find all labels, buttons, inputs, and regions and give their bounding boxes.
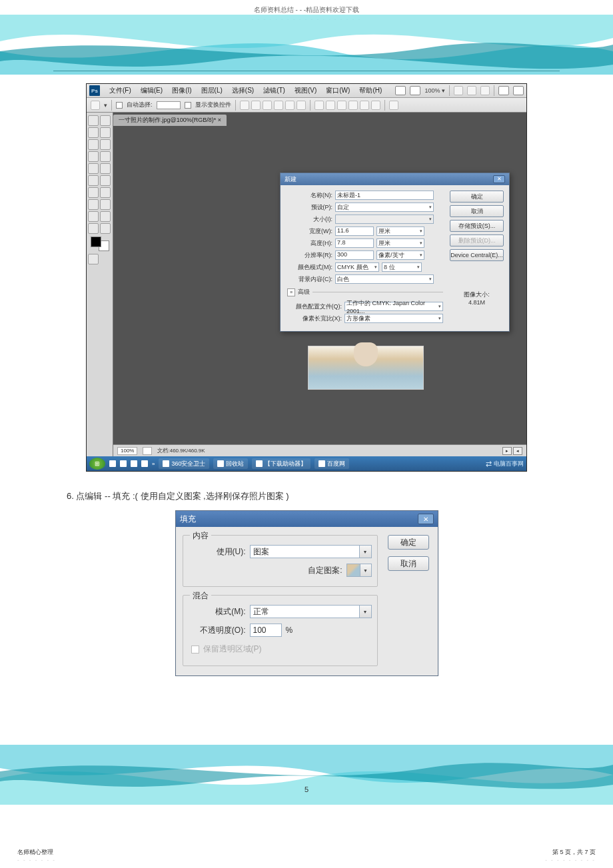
menu-layer[interactable]: 图层(L) bbox=[197, 86, 227, 95]
menu-select[interactable]: 选择(S) bbox=[228, 86, 258, 95]
eyedropper-tool[interactable] bbox=[88, 151, 99, 162]
device-central-button[interactable]: Device Central(E)... bbox=[450, 249, 504, 261]
auto-select-checkbox[interactable] bbox=[116, 102, 123, 109]
cancel-button[interactable]: 取消 bbox=[450, 205, 504, 217]
layout-icon[interactable] bbox=[395, 86, 406, 95]
menu-help[interactable]: 帮助(H) bbox=[355, 86, 386, 95]
taskbar-item[interactable]: 360安全卫士 bbox=[159, 458, 209, 469]
marquee-tool[interactable] bbox=[88, 115, 99, 126]
advanced-collapse-button[interactable]: ≡ bbox=[287, 288, 295, 296]
zoom-status[interactable]: 100% bbox=[117, 447, 137, 455]
quicklaunch-icon[interactable] bbox=[131, 460, 137, 467]
eraser-tool[interactable] bbox=[100, 175, 111, 186]
quicklaunch-icon[interactable] bbox=[109, 460, 116, 467]
zoom-display[interactable]: 100% ▾ bbox=[424, 87, 445, 94]
ok-button[interactable]: 确定 bbox=[450, 191, 504, 203]
align-icon[interactable] bbox=[240, 101, 249, 110]
dodge-tool[interactable] bbox=[88, 199, 99, 210]
pixel-ratio-dropdown[interactable]: 方形像素 bbox=[344, 314, 443, 323]
hand-icon[interactable] bbox=[454, 86, 463, 95]
size-label: 大小(I): bbox=[286, 215, 332, 224]
divider bbox=[111, 100, 112, 111]
rotate-icon[interactable] bbox=[480, 86, 490, 95]
mode-dropdown[interactable]: CMYK 颜色 bbox=[335, 262, 379, 272]
fg-color-swatch[interactable] bbox=[91, 236, 101, 247]
content-fieldset: 内容 使用(U): 图案 ▼ 自定图案: ▼ bbox=[183, 535, 378, 587]
auto-select-dropdown[interactable] bbox=[157, 101, 181, 109]
heal-tool[interactable] bbox=[100, 151, 111, 162]
status-icon[interactable] bbox=[143, 447, 152, 455]
distribute-icon[interactable] bbox=[371, 101, 380, 110]
preset-dropdown[interactable]: 自定 bbox=[335, 203, 434, 212]
document-tab[interactable]: 一寸照片的制作.jpg@100%(RGB/8)* × bbox=[113, 115, 227, 126]
bg-dropdown[interactable]: 白色 bbox=[335, 274, 434, 284]
depth-dropdown[interactable]: 8 位 bbox=[382, 262, 422, 272]
taskbar-item[interactable]: 回收站 bbox=[213, 458, 248, 469]
shape-tool[interactable] bbox=[100, 211, 111, 222]
move-tool-icon[interactable] bbox=[91, 101, 100, 110]
arrange-icon[interactable] bbox=[498, 86, 509, 95]
menu-window[interactable]: 窗口(W) bbox=[322, 86, 354, 95]
gradient-tool[interactable] bbox=[88, 187, 99, 198]
opacity-input[interactable]: 100 bbox=[250, 624, 282, 637]
save-preset-button[interactable]: 存储预设(S)... bbox=[450, 220, 504, 232]
mode-dropdown[interactable]: 正常 ▼ bbox=[250, 605, 372, 618]
fg-bg-color[interactable] bbox=[91, 236, 109, 251]
menu-view[interactable]: 视图(V) bbox=[291, 86, 320, 95]
width-unit-dropdown[interactable]: 厘米 bbox=[376, 226, 424, 236]
name-input[interactable]: 未标题-1 bbox=[335, 191, 434, 200]
pattern-picker[interactable]: ▼ bbox=[346, 564, 372, 577]
slice-tool[interactable] bbox=[100, 139, 111, 150]
ok-button[interactable]: 确定 bbox=[388, 535, 429, 550]
align-icon[interactable] bbox=[285, 101, 295, 110]
zoom-icon[interactable] bbox=[467, 86, 476, 95]
auto-align-icon[interactable] bbox=[389, 101, 398, 110]
menu-file[interactable]: 文件(F) bbox=[105, 86, 135, 95]
show-transform-checkbox[interactable] bbox=[185, 102, 191, 109]
menu-edit[interactable]: 编辑(E) bbox=[137, 86, 167, 95]
align-icon[interactable] bbox=[263, 101, 272, 110]
distribute-icon[interactable] bbox=[337, 101, 346, 110]
lasso-tool[interactable] bbox=[88, 127, 99, 138]
nav-first-button[interactable]: ▸ bbox=[502, 447, 512, 455]
stamp-tool[interactable] bbox=[100, 163, 111, 174]
res-input[interactable]: 300 bbox=[335, 250, 374, 260]
screenmode-icon[interactable] bbox=[410, 86, 420, 95]
cancel-button[interactable]: 取消 bbox=[388, 556, 429, 571]
quickmask-tool[interactable] bbox=[88, 254, 99, 264]
distribute-icon[interactable] bbox=[326, 101, 335, 110]
width-input[interactable]: 11.6 bbox=[335, 226, 374, 236]
zoom-tool[interactable] bbox=[100, 223, 111, 234]
distribute-icon[interactable] bbox=[314, 101, 324, 110]
text-tool[interactable] bbox=[100, 199, 111, 210]
move-tool[interactable] bbox=[100, 115, 111, 126]
res-unit-dropdown[interactable]: 像素/英寸 bbox=[376, 250, 424, 260]
align-icon[interactable] bbox=[274, 101, 283, 110]
start-button[interactable]: ⊞ bbox=[89, 458, 105, 470]
dialog-close-button[interactable]: ✕ bbox=[493, 175, 505, 183]
align-icon[interactable] bbox=[251, 101, 261, 110]
menu-image[interactable]: 图像(I) bbox=[168, 86, 195, 95]
quicklaunch-icon[interactable] bbox=[141, 460, 148, 467]
crop-tool[interactable] bbox=[88, 139, 99, 150]
extras-icon[interactable] bbox=[513, 86, 524, 95]
distribute-icon[interactable] bbox=[360, 101, 369, 110]
taskbar-item[interactable]: 百度网 bbox=[314, 458, 349, 469]
history-tool[interactable] bbox=[88, 175, 99, 186]
height-input[interactable]: 7.8 bbox=[335, 238, 374, 248]
quicklaunch-icon[interactable] bbox=[120, 460, 127, 467]
taskbar-item[interactable]: 【下载助动器】 bbox=[252, 458, 310, 469]
wand-tool[interactable] bbox=[100, 127, 111, 138]
blur-tool[interactable] bbox=[100, 187, 111, 198]
brush-tool[interactable] bbox=[88, 163, 99, 174]
align-icon[interactable] bbox=[297, 101, 306, 110]
fill-dialog-close-button[interactable]: ✕ bbox=[418, 514, 434, 524]
height-unit-dropdown[interactable]: 厘米 bbox=[376, 238, 424, 248]
distribute-icon[interactable] bbox=[348, 101, 358, 110]
nav-prev-button[interactable]: ◂ bbox=[513, 447, 522, 455]
pen-tool[interactable] bbox=[88, 211, 99, 222]
path-tool[interactable] bbox=[88, 223, 99, 234]
use-dropdown[interactable]: 图案 ▼ bbox=[250, 545, 372, 558]
profile-dropdown[interactable]: 工作中的 CMYK: Japan Color 2001... bbox=[344, 302, 443, 311]
menu-filter[interactable]: 滤镜(T) bbox=[259, 86, 289, 95]
